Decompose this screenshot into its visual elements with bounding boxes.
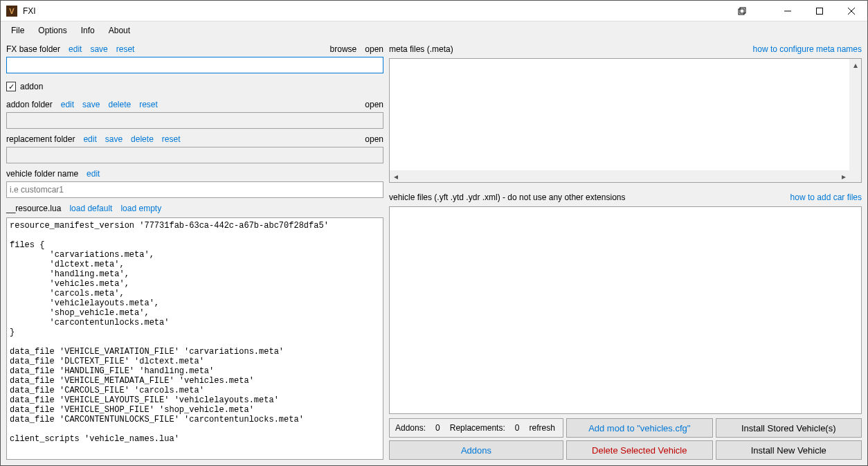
repl-folder-delete[interactable]: delete (131, 134, 154, 144)
install-stored-button[interactable]: Install Stored Vehicle(s) (716, 418, 862, 438)
addon-folder-input[interactable] (6, 112, 383, 129)
addon-folder-delete[interactable]: delete (108, 100, 131, 109)
veh-name-row: vehicle folder name edit (6, 166, 383, 181)
repl-folder-reset[interactable]: reset (162, 134, 181, 144)
repl-count-label: Replacements: (450, 423, 505, 433)
veh-help-link[interactable]: how to add car files (790, 192, 862, 202)
veh-name-edit[interactable]: edit (87, 169, 100, 179)
refresh-link[interactable]: refresh (529, 423, 554, 433)
svg-rect-3 (817, 8, 823, 14)
install-new-button[interactable]: Install New Vehicle (716, 440, 862, 460)
action-row-1: Addons: 0 Replacements: 0 refresh Add mo… (389, 418, 862, 438)
fx-base-edit[interactable]: edit (69, 44, 82, 54)
scrollbar-horizontal[interactable]: ◂ ▸ (390, 170, 861, 182)
meta-help-link[interactable]: how to configure meta names (753, 44, 862, 54)
addon-checkbox[interactable]: ✓ (6, 82, 16, 91)
fx-base-label: FX base folder (6, 44, 60, 54)
repl-folder-edit[interactable]: edit (83, 134, 96, 144)
close-button[interactable] (835, 1, 867, 21)
addon-folder-reset[interactable]: reset (139, 100, 158, 109)
addon-folder-row: addon folder edit save delete reset open (6, 97, 383, 112)
resource-row: __resource.lua load default load empty (6, 201, 383, 216)
repl-count: 0 (515, 423, 520, 433)
repl-folder-open[interactable]: open (365, 134, 383, 144)
addons-count: 0 (435, 423, 440, 433)
addons-button[interactable]: Addons (389, 440, 563, 460)
resource-textarea[interactable] (6, 217, 383, 460)
resource-load-empty[interactable]: load empty (120, 204, 161, 213)
scroll-left-icon[interactable]: ◂ (390, 171, 401, 181)
resource-label: __resource.lua (6, 204, 61, 213)
svg-rect-0 (739, 9, 744, 15)
fx-base-open[interactable]: open (365, 44, 383, 54)
app-icon: V (6, 6, 17, 17)
fx-base-save[interactable]: save (90, 44, 107, 54)
fx-base-input[interactable] (6, 57, 383, 73)
titlebar: V FXI (1, 1, 867, 21)
veh-name-label: vehicle folder name (6, 169, 78, 179)
restore-down-extra-icon[interactable] (726, 1, 758, 21)
vehicle-files-list[interactable] (389, 206, 862, 414)
veh-label: vehicle files (.yft .ytd .ydr .xml) - do… (389, 192, 625, 202)
addon-folder-label: addon folder (6, 100, 53, 109)
menu-file[interactable]: File (4, 23, 31, 38)
addon-folder-edit[interactable]: edit (61, 100, 74, 109)
repl-folder-input[interactable] (6, 147, 383, 163)
scroll-right-icon[interactable]: ▸ (838, 171, 849, 181)
addon-check-row: ✓ addon (6, 79, 383, 94)
addon-folder-open[interactable]: open (365, 100, 383, 109)
left-panel: FX base folder edit save reset browse op… (6, 39, 383, 460)
right-panel: meta files (.meta) how to configure meta… (389, 39, 862, 460)
minimize-button[interactable] (772, 1, 804, 21)
veh-name-input[interactable] (6, 181, 383, 198)
svg-rect-1 (740, 8, 745, 13)
action-row-2: Addons Delete Selected Vehicle Install N… (389, 440, 862, 460)
menu-options[interactable]: Options (31, 23, 73, 38)
fx-base-row: FX base folder edit save reset browse op… (6, 42, 383, 57)
scrollbar-vertical[interactable]: ▴ (849, 59, 861, 170)
meta-row: meta files (.meta) how to configure meta… (389, 42, 862, 57)
fx-base-browse[interactable]: browse (330, 44, 357, 54)
addon-check-label: addon (20, 82, 43, 91)
menubar: File Options Info About (1, 21, 867, 39)
app-window: V FXI File Options Info About FX base fo… (0, 0, 868, 466)
addon-folder-save[interactable]: save (82, 100, 100, 109)
fx-base-reset[interactable]: reset (116, 44, 135, 54)
add-mod-button[interactable]: Add mod to "vehicles.cfg" (566, 418, 713, 438)
maximize-button[interactable] (804, 1, 835, 21)
menu-info[interactable]: Info (74, 23, 102, 38)
repl-folder-label: replacement folder (6, 134, 75, 144)
window-title: FXI (23, 6, 726, 16)
stats-box: Addons: 0 Replacements: 0 refresh (389, 418, 563, 438)
scroll-up-icon[interactable]: ▴ (850, 60, 860, 70)
meta-files-list[interactable]: ▴ ◂ ▸ (389, 58, 862, 183)
menu-about[interactable]: About (102, 23, 137, 38)
addons-count-label: Addons: (395, 423, 426, 433)
delete-vehicle-button[interactable]: Delete Selected Vehicle (566, 440, 713, 460)
content: FX base folder edit save reset browse op… (1, 39, 867, 465)
repl-folder-save[interactable]: save (105, 134, 123, 144)
repl-folder-row: replacement folder edit save delete rese… (6, 132, 383, 147)
resource-load-default[interactable]: load default (69, 204, 112, 213)
meta-label: meta files (.meta) (389, 44, 453, 54)
veh-row: vehicle files (.yft .ytd .ydr .xml) - do… (389, 190, 862, 205)
